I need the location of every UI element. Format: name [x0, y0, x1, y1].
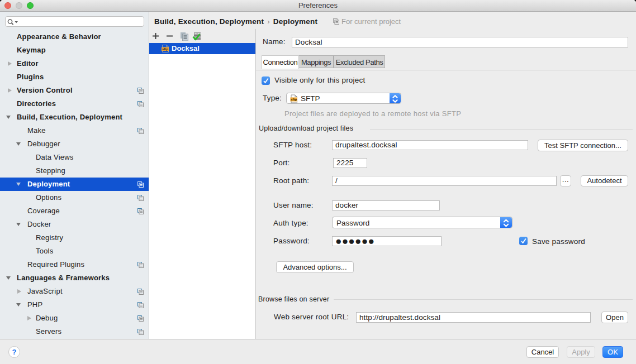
svg-text:sftp: sftp [291, 97, 297, 101]
svg-text:sftp: sftp [162, 47, 168, 51]
